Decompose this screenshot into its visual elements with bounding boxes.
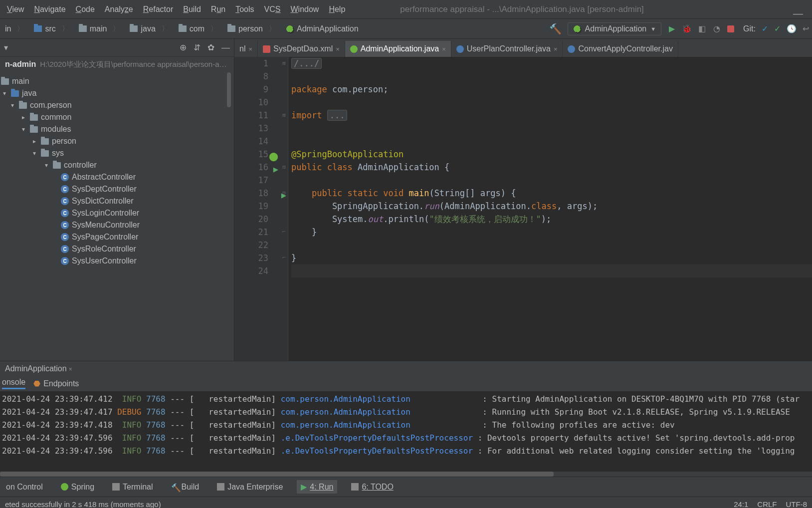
tree-node-class[interactable]: CSysPageController: [0, 231, 234, 243]
scrollbar[interactable]: [227, 72, 231, 107]
history-icon[interactable]: 🕓: [787, 24, 797, 33]
tool-tab-run[interactable]: ▶4: Run: [297, 480, 337, 494]
editor-tab[interactable]: SysDeptDao.xml×: [258, 41, 345, 57]
folder-icon: [227, 25, 235, 32]
tree-node-package[interactable]: ▾com.person: [0, 99, 234, 111]
locate-icon[interactable]: ⊕: [180, 42, 187, 53]
close-icon[interactable]: ×: [69, 366, 72, 373]
tree-node-class[interactable]: CSysDeptController: [0, 183, 234, 195]
tree-node-class[interactable]: CSysRoleController: [0, 243, 234, 255]
project-root[interactable]: n-admin H:\2020毕业论文项目\performance apprai…: [0, 57, 234, 72]
tree-node-class[interactable]: CSysDictController: [0, 195, 234, 207]
run-gutter-icon[interactable]: ▶: [273, 163, 278, 176]
tree-node-sys[interactable]: ▾sys: [0, 147, 234, 159]
close-icon[interactable]: ×: [248, 45, 252, 53]
menu-help[interactable]: Help: [324, 5, 350, 14]
console-scrollbar[interactable]: [0, 472, 812, 477]
folder-icon: [179, 25, 187, 32]
tree-node-common[interactable]: ▸common: [0, 111, 234, 123]
update-project-icon[interactable]: ✓: [762, 24, 768, 33]
breadcrumb-item[interactable]: person〉: [222, 24, 281, 33]
tree-node-class[interactable]: CSysMenuController: [0, 219, 234, 231]
code-content[interactable]: /.../ package com.person; import ... @Sp…: [288, 57, 812, 361]
tree-node-controller[interactable]: ▾controller: [0, 159, 234, 171]
xml-icon: [263, 45, 270, 53]
todo-icon: [351, 483, 359, 491]
chevron-down-icon[interactable]: ▾: [4, 43, 8, 52]
menu-window[interactable]: Window: [285, 5, 324, 14]
editor-tab-active[interactable]: AdminApplication.java×: [345, 41, 451, 57]
tool-tab-todo[interactable]: 6: TODO: [347, 481, 397, 494]
editor-tab[interactable]: ConvertApplyController.jav: [563, 41, 678, 57]
console-tab[interactable]: onsole: [2, 378, 25, 389]
tool-tab-build[interactable]: 🔨Build: [167, 481, 203, 494]
tool-tab-java-enterprise[interactable]: Java Enterprise: [213, 481, 287, 494]
menu-tools[interactable]: Tools: [230, 5, 259, 14]
package-icon: [30, 126, 38, 133]
file-encoding[interactable]: UTF-8: [786, 500, 808, 508]
tree-node-java[interactable]: ▾java: [0, 87, 234, 99]
debug-icon[interactable]: 🐞: [682, 24, 691, 33]
class-icon: C: [61, 209, 69, 217]
build-icon[interactable]: 🔨: [549, 23, 562, 35]
menu-navigate[interactable]: Navigate: [29, 5, 70, 14]
menu-analyze[interactable]: Analyze: [100, 5, 138, 14]
close-icon[interactable]: ×: [336, 45, 340, 53]
run-tab[interactable]: AdminApplication×: [2, 363, 75, 375]
class-icon: [456, 45, 464, 53]
menu-run[interactable]: Run: [206, 5, 230, 14]
minimize-icon[interactable]: —: [793, 8, 803, 19]
fold-column: ⊞ ⊞ ⊟⊟ ⌐⌐: [280, 57, 288, 361]
caret-position[interactable]: 24:1: [734, 500, 748, 508]
class-icon: C: [61, 197, 69, 205]
run-gutter-icon[interactable]: ▶: [281, 189, 286, 202]
coverage-icon[interactable]: ◧: [697, 24, 706, 33]
editor-tab[interactable]: UserPlanController.java×: [451, 41, 563, 57]
tool-tab-terminal[interactable]: Terminal: [108, 481, 157, 494]
console-line: 2021-04-24 23:39:47.417 DEBUG 7768 --- […: [2, 406, 810, 419]
expand-all-icon[interactable]: ⇵: [194, 42, 201, 53]
tree-node-main[interactable]: main: [0, 75, 234, 87]
package-icon: [19, 102, 27, 109]
menu-build[interactable]: Build: [178, 5, 206, 14]
menu-vcs[interactable]: VCS: [259, 5, 286, 14]
build-icon: 🔨: [171, 483, 179, 491]
tool-tab-version-control[interactable]: on Control: [2, 481, 47, 494]
profiler-icon[interactable]: ◔: [712, 24, 721, 33]
breadcrumb-item[interactable]: java〉: [125, 24, 173, 33]
tree-node-class[interactable]: CAbstractController: [0, 171, 234, 183]
code-area[interactable]: 1 8 9 10 11 13 14 15⬤ 16▶ 17 18▶ 19 20 2…: [234, 57, 812, 361]
run-icon[interactable]: ▶: [667, 24, 676, 33]
line-separator[interactable]: CRLF: [757, 500, 777, 508]
breadcrumb-item[interactable]: AdminApplication: [281, 24, 364, 33]
tool-tab-spring[interactable]: Spring: [57, 481, 98, 494]
close-icon[interactable]: ×: [442, 45, 446, 53]
breadcrumb-item[interactable]: com〉: [174, 24, 222, 33]
menu-code[interactable]: Code: [71, 5, 100, 14]
tree-node-person[interactable]: ▸person: [0, 135, 234, 147]
window-title: performance appraisal - ...\AdminApplica…: [400, 4, 644, 14]
breadcrumb-item[interactable]: src〉: [29, 24, 73, 33]
sidebar-header: ▾ ⊕ ⇵ ✿ —: [0, 39, 234, 57]
commit-icon[interactable]: ✓: [774, 24, 781, 33]
menu-view[interactable]: VViewiew: [2, 5, 29, 14]
menu-refactor[interactable]: Refactor: [138, 5, 178, 14]
toolbar: 🔨 AdminApplication ▼ ▶ 🐞 ◧ ◔ Git: ✓ ✓ 🕓 …: [549, 19, 812, 38]
stop-icon[interactable]: [727, 25, 734, 32]
endpoints-tab[interactable]: ⬣Endpoints: [33, 379, 79, 388]
breadcrumb-item[interactable]: main〉: [74, 24, 125, 33]
spring-gutter-icon[interactable]: ⬤: [269, 150, 278, 163]
breadcrumb-item[interactable]: in〉: [0, 24, 29, 33]
tree-node-class[interactable]: CSysLoginController: [0, 207, 234, 219]
editor-tab[interactable]: nl×: [234, 41, 258, 57]
tree-node-class[interactable]: CSysUserController: [0, 255, 234, 267]
run-icon: ▶: [301, 482, 307, 492]
hide-icon[interactable]: —: [221, 43, 230, 53]
tree-node-modules[interactable]: ▾modules: [0, 123, 234, 135]
run-config-selector[interactable]: AdminApplication ▼: [568, 22, 662, 35]
console-output[interactable]: 2021-04-24 23:39:47.412 INFO 7768 --- [ …: [0, 392, 812, 472]
close-icon[interactable]: ×: [554, 45, 558, 53]
revert-icon[interactable]: ↩: [803, 24, 809, 33]
settings-icon[interactable]: ✿: [207, 42, 214, 53]
folder-icon: [130, 25, 138, 32]
